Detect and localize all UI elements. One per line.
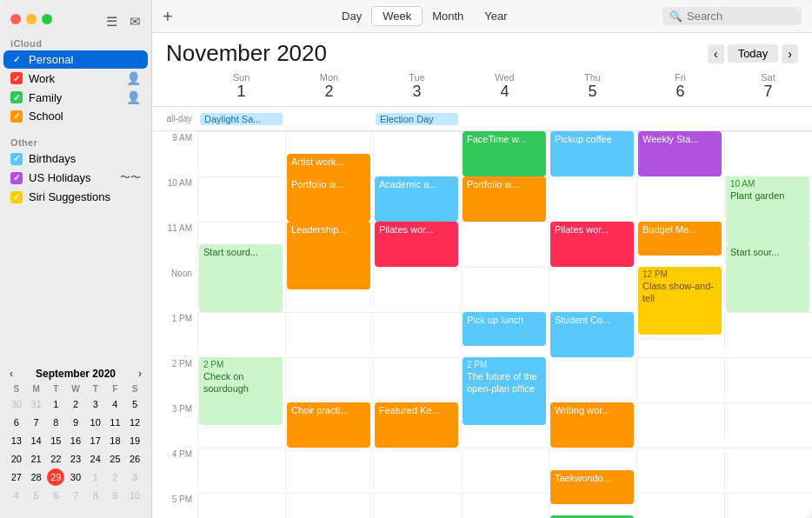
search-input[interactable] <box>687 10 791 23</box>
hour-cell[interactable] <box>724 448 812 489</box>
mini-cal-day[interactable]: 3 <box>87 395 104 413</box>
mini-cal-day[interactable]: 6 <box>8 414 25 431</box>
close-button[interactable] <box>10 14 21 24</box>
event-block[interactable]: Pilates wor... <box>550 222 634 267</box>
time-grid[interactable]: 9 AM10 AM11 AMNoon1 PM2 PM3 PM4 PM5 PM6 … <box>152 131 812 518</box>
hour-cell[interactable] <box>197 312 285 354</box>
mini-cal-today[interactable]: 29 <box>47 468 64 486</box>
family-checkbox[interactable] <box>10 91 23 103</box>
view-day-button[interactable]: Day <box>331 7 372 25</box>
mini-cal-day[interactable]: 20 <box>8 450 25 468</box>
add-event-button[interactable]: + <box>163 8 173 25</box>
hour-cell[interactable] <box>197 448 285 489</box>
sidebar-item-personal[interactable]: Personal <box>3 50 148 69</box>
event-block[interactable]: Featured Ke... <box>375 402 458 448</box>
mini-cal-day[interactable]: 11 <box>106 414 123 431</box>
event-block[interactable]: 2 PMCheck on sourdough <box>199 357 283 425</box>
sidebar-item-birthdays[interactable]: Birthdays <box>3 149 148 168</box>
mini-cal-day[interactable]: 24 <box>87 450 104 468</box>
mini-cal-day[interactable]: 15 <box>47 432 64 449</box>
allday-event-daylight[interactable]: Daylight Sa... <box>200 113 283 125</box>
event-block[interactable]: Academic a... <box>375 176 458 222</box>
mini-cal-day[interactable]: 8 <box>87 487 104 504</box>
hour-cell[interactable] <box>549 267 636 309</box>
mini-cal-next[interactable]: › <box>136 368 144 380</box>
hour-cell[interactable] <box>373 267 461 309</box>
siri-checkbox[interactable] <box>10 191 23 203</box>
cal-today-button[interactable]: Today <box>728 44 779 63</box>
mini-cal-day[interactable]: 5 <box>28 487 45 504</box>
mini-cal-day[interactable]: 26 <box>126 450 143 468</box>
hour-cell[interactable] <box>724 131 812 173</box>
event-block[interactable]: Budget Me... <box>638 222 722 256</box>
hour-cell[interactable] <box>373 357 461 399</box>
mini-cal-day[interactable]: 17 <box>87 432 104 449</box>
maximize-button[interactable] <box>42 14 52 24</box>
mini-cal-prev[interactable]: ‹ <box>7 368 16 380</box>
hour-cell[interactable] <box>197 131 285 173</box>
sidebar-item-siri-suggestions[interactable]: Siri Suggestions <box>3 188 148 206</box>
hour-cell[interactable] <box>461 448 549 489</box>
mini-cal-day[interactable]: 7 <box>28 414 45 431</box>
mini-cal-day[interactable]: 21 <box>28 450 45 468</box>
allday-event-election[interactable]: Election Day <box>376 113 458 125</box>
hour-cell[interactable] <box>285 312 373 354</box>
mini-cal-day[interactable]: 25 <box>106 450 123 468</box>
mini-cal-day[interactable]: 1 <box>47 395 64 413</box>
hour-cell[interactable] <box>373 448 461 489</box>
hour-cell[interactable] <box>636 176 724 218</box>
hour-cell[interactable] <box>549 357 636 399</box>
inbox-icon[interactable]: ✉ <box>130 14 141 30</box>
hour-cell[interactable] <box>636 493 724 518</box>
hour-cell[interactable] <box>724 312 812 354</box>
sidebar-item-work[interactable]: Work 👤 <box>3 69 148 88</box>
sidebar-item-family[interactable]: Family 👤 <box>3 88 148 107</box>
event-block[interactable]: 2 PMThe future of the open-plan office <box>463 357 546 425</box>
mini-cal-day[interactable]: 1 <box>87 468 104 486</box>
mini-cal-day[interactable]: 31 <box>28 395 45 413</box>
mini-cal-day[interactable]: 10 <box>87 414 104 431</box>
event-block[interactable]: Pick up lunch <box>463 312 546 346</box>
mini-cal-day[interactable]: 2 <box>106 468 123 486</box>
event-block[interactable]: Portfolio w... <box>463 176 546 222</box>
view-month-button[interactable]: Month <box>422 7 474 25</box>
event-block[interactable]: FaceTime w... <box>463 131 546 176</box>
mini-cal-day[interactable]: 18 <box>106 432 123 449</box>
cal-prev-button[interactable]: ‹ <box>708 44 724 63</box>
cal-next-button[interactable]: › <box>782 44 798 63</box>
mini-cal-day[interactable]: 30 <box>8 395 25 413</box>
hour-cell[interactable] <box>461 222 549 263</box>
hour-cell[interactable] <box>373 493 461 518</box>
hour-cell[interactable] <box>461 493 549 518</box>
view-year-button[interactable]: Year <box>474 7 517 25</box>
event-block[interactable]: Leadership... <box>287 222 370 289</box>
school-checkbox[interactable] <box>10 110 23 123</box>
hour-cell[interactable] <box>636 357 724 399</box>
event-block[interactable]: Pilates wor... <box>375 222 458 267</box>
event-block[interactable]: Pickup coffee <box>550 131 634 176</box>
mini-cal-day[interactable]: 9 <box>67 414 84 431</box>
us-holidays-checkbox[interactable] <box>10 172 23 184</box>
hour-cell[interactable] <box>461 267 549 309</box>
mini-cal-day[interactable]: 14 <box>28 432 45 449</box>
event-block[interactable]: 12 PMClass show-and-tell <box>638 267 722 335</box>
hour-cell[interactable] <box>197 176 285 218</box>
mini-cal-day[interactable]: 23 <box>67 450 84 468</box>
mini-cal-day[interactable]: 22 <box>47 450 64 468</box>
minimize-button[interactable] <box>26 14 37 24</box>
hour-cell[interactable] <box>636 448 724 489</box>
hour-cell[interactable] <box>636 402 724 444</box>
mini-cal-day[interactable]: 19 <box>126 432 143 449</box>
hour-cell[interactable] <box>549 176 636 218</box>
personal-checkbox[interactable] <box>10 54 23 66</box>
hour-cell[interactable] <box>373 312 461 354</box>
sidebar-item-school[interactable]: School <box>3 107 148 125</box>
event-block[interactable]: Writing wor... <box>550 402 634 448</box>
hour-cell[interactable] <box>724 493 812 518</box>
mini-cal-day[interactable]: 13 <box>8 432 25 449</box>
mini-cal-day[interactable]: 10 <box>126 487 143 504</box>
mini-cal-day[interactable]: 7 <box>67 487 84 504</box>
event-block[interactable]: Choir practi... <box>287 402 370 448</box>
hour-cell[interactable] <box>724 402 812 444</box>
hour-cell[interactable] <box>373 131 461 173</box>
